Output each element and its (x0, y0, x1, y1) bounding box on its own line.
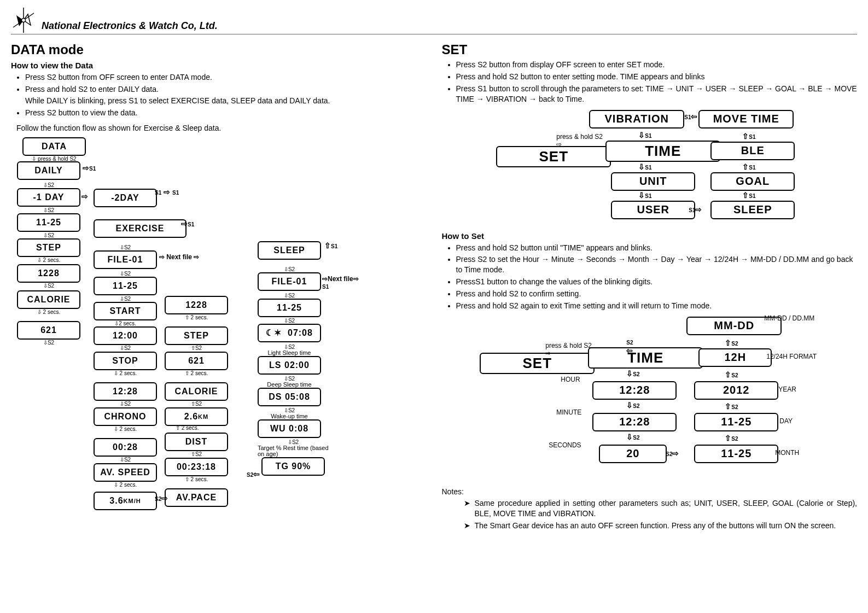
ble-up-s1: ⇧S1 (742, 132, 755, 141)
time-down-s2: ⇩S2 (626, 369, 639, 378)
lcd-start: START (94, 302, 157, 320)
user-right-s1: S1⇨ (689, 205, 702, 214)
bullet-2: Press and hold S2 to enter DAILY data. W… (25, 84, 427, 106)
min-down-s2: ⇩S2 (626, 433, 639, 441)
movetime-left-s1: S1⇦ (684, 112, 697, 121)
vib-down-s1: ⇩S1 (638, 131, 651, 139)
lcd-minus1day: -1 DAY (17, 188, 80, 207)
lcd-minus2day: -2DAY (94, 189, 157, 207)
sleep-up-s1: ⇧S1 (742, 191, 755, 200)
lcd-vibration: VIBRATION (589, 110, 684, 129)
lcd-sleep-file: FILE-01 (258, 272, 321, 291)
lcd-date: 11-25 (17, 213, 80, 232)
next-file-note: ⇨ Next file ⇨ (159, 253, 199, 261)
month-up-s2: ⇧S2 (725, 434, 738, 442)
wake-label: Wake-up time (271, 413, 307, 419)
company-name: National Electronics & Watch Co, Ltd. (42, 20, 218, 32)
lcd-cal2-val: 621 (165, 352, 228, 370)
set-b3: PressS1 button to change the values of t… (456, 277, 858, 287)
lcd-stop-val: 12:28 (94, 382, 157, 401)
sec-right-s2: S2⇨ (666, 449, 679, 458)
set-b2: Press S2 to set the Hour → Minute → Seco… (456, 254, 858, 275)
target-label: Target % Rest time (based on age) (258, 445, 329, 457)
note-1: Same procedure applied in setting other … (475, 498, 858, 519)
lcd-light-sleep: LS 02:00 (258, 356, 321, 375)
year-label: YEAR (778, 386, 796, 393)
set-b5: Press and hold S2 again to exit Time set… (456, 301, 858, 311)
arrow-right-2day: ⇨ (81, 192, 88, 201)
lcd-file01: FILE-01 (94, 250, 157, 269)
bullet-2-sub: While DAILY is blinking, press S1 to sel… (25, 96, 427, 106)
mmdd-label: MM-DD / DD.MM (764, 314, 814, 322)
lcd-time: TIME (605, 141, 720, 162)
lcd-cal-val: 621 (17, 321, 80, 340)
notes-label: Notes: (442, 487, 858, 496)
how-to-set-bullets: Press and hold S2 button until "TIME" ap… (442, 243, 858, 311)
data-bullets: Press S2 button from OFF screen to enter… (11, 72, 427, 118)
lcd-ex-date: 11-25 (94, 277, 157, 295)
lcd-dist: DIST (165, 433, 228, 451)
lcd-month: 11-25 (694, 445, 778, 463)
lcd-exercise: EXERCISE (94, 219, 187, 238)
compass-logo-icon (11, 8, 36, 33)
deep-sleep-label: Deep Sleep time (267, 382, 311, 388)
lcd-time3: TIME (588, 347, 703, 369)
arrow-exercise-s1: ⇨S1 (181, 219, 194, 228)
h12-up-s2: ⇧S2 (725, 338, 738, 347)
press-hold-note3: press & hold S2⇨ (545, 342, 592, 357)
sleep-next-file: ⇨Next file⇨S1 (322, 275, 359, 290)
lcd-target: TG 90% (261, 457, 325, 476)
press-hold-note: press & hold S2⇨ (556, 133, 603, 148)
lcd-step-val: 1228 (17, 264, 80, 283)
lcd-hour: 12:28 (592, 381, 677, 400)
light-sleep-label: Light Sleep time (268, 350, 311, 356)
note-2: The Smart Gear device has an auto OFF sc… (475, 521, 858, 531)
lcd-cal2: CALORIE (165, 382, 228, 401)
lcd-wake: WU 0:08 (258, 419, 321, 438)
data-mode-title: DATA mode (11, 42, 427, 57)
svg-point-2 (22, 19, 26, 22)
set-title: SET (442, 42, 858, 57)
lcd-av-speed-val: 3.6KM/H (94, 492, 157, 510)
lcd-stop: STOP (94, 352, 157, 370)
h12-label: 12/24H FORMAT (766, 353, 817, 360)
goal-up-s1: ⇧S1 (742, 162, 755, 171)
arrow-s1-s1: S1 ⇨ S1 (155, 188, 179, 196)
sleep-up-s1: ⇧S1 (324, 241, 337, 250)
arrow-pace: S2⇨ (155, 494, 168, 503)
lcd-goal: GOAL (710, 172, 795, 191)
hour-label: HOUR (561, 376, 580, 383)
lcd-day: 11-25 (694, 413, 778, 431)
sleep-loop-s2: S2⇦ (247, 470, 260, 478)
time-up-s2: S2⇦ (626, 337, 633, 355)
lcd-step2: STEP (165, 326, 228, 345)
lcd-movetime: MOVE TIME (698, 110, 794, 129)
lcd-minute: 12:28 (592, 413, 677, 431)
lcd-daily: DAILY (17, 161, 80, 180)
time-setting-diagram: SET press & hold S2⇨ TIME HOUR ⇩S2 S2⇦ 1… (480, 314, 819, 484)
data-flow-diagram: DATA ⇩ press & hold S2 DAILY ⇨S1 ⇩S2-1 D… (16, 137, 373, 493)
set-b4: Press and hold S2 to confirm setting. (456, 289, 858, 299)
lcd-sleep2: SLEEP (710, 201, 795, 219)
seconds-label: SECONDS (549, 441, 581, 449)
set-b1: Press and hold S2 button until "TIME" ap… (456, 243, 858, 253)
lcd-seconds: 20 (599, 445, 667, 463)
day-up-s2: ⇧S2 (725, 402, 738, 411)
lcd-start-val: 12:00 (94, 326, 157, 345)
minute-label: MINUTE (556, 408, 581, 416)
lcd-ble: BLE (710, 142, 795, 160)
lcd-user: USER (611, 201, 695, 219)
lcd-sleep: SLEEP (258, 241, 321, 260)
lcd-step: STEP (17, 238, 80, 257)
lcd-step2-val: 1228 (165, 296, 228, 314)
lcd-12h: 12H (698, 348, 772, 367)
up-2secs: ⇧ 2 secs. (176, 425, 199, 431)
hour-down-s2: ⇩S2 (626, 401, 639, 410)
set-bullet-3: Press S1 button to scroll through the pa… (456, 84, 858, 104)
lcd-dist-time: 00:23:18 (165, 458, 228, 476)
page-header: National Electronics & Watch Co, Ltd. (11, 8, 857, 34)
set-bullet-1: Press S2 button from display OFF screen … (456, 60, 858, 70)
lcd-dist-km: 2.6KM (165, 407, 228, 426)
set-cycle-diagram: SET press & hold S2⇨ TIME ⇩S1 UNIT ⇩S1 U… (496, 108, 802, 228)
lcd-year: 2012 (694, 381, 778, 400)
